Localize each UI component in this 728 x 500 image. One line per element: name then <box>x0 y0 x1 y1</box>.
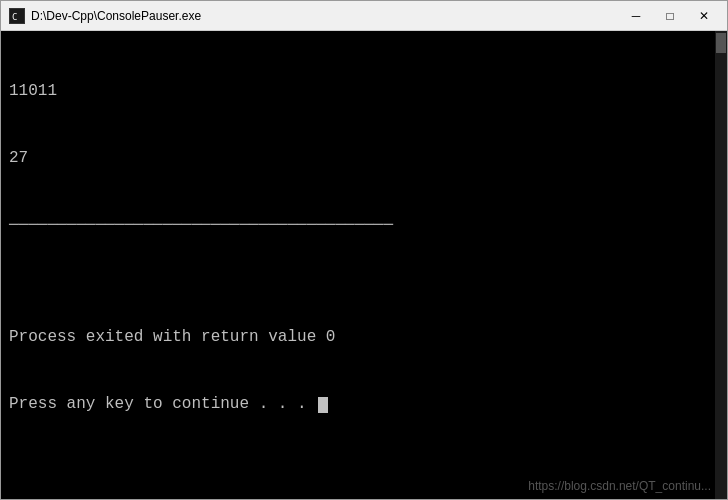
output-line-1: 11011 <box>9 80 719 102</box>
window-controls: ─ □ ✕ <box>621 6 719 26</box>
console-output: 11011 27 ───────────────────────────────… <box>9 35 719 460</box>
console-area: 11011 27 ───────────────────────────────… <box>1 31 727 499</box>
window: C D:\Dev-Cpp\ConsolePauser.exe ─ □ ✕ 110… <box>0 0 728 500</box>
maximize-button[interactable]: □ <box>655 6 685 26</box>
watermark: https://blog.csdn.net/QT_continu... <box>528 479 711 493</box>
output-line-2: 27 <box>9 147 719 169</box>
cursor-blink <box>318 397 328 413</box>
app-icon: C <box>9 8 25 24</box>
scrollbar-thumb[interactable] <box>716 33 726 53</box>
window-title: D:\Dev-Cpp\ConsolePauser.exe <box>31 9 621 23</box>
output-line-3: ──────────────────────────────────────── <box>9 214 719 236</box>
svg-text:C: C <box>12 12 17 22</box>
close-button[interactable]: ✕ <box>689 6 719 26</box>
scrollbar[interactable] <box>715 31 727 499</box>
minimize-button[interactable]: ─ <box>621 6 651 26</box>
output-line-5: Process exited with return value 0 <box>9 326 719 348</box>
title-bar: C D:\Dev-Cpp\ConsolePauser.exe ─ □ ✕ <box>1 1 727 31</box>
output-line-6: Press any key to continue . . . <box>9 393 719 415</box>
